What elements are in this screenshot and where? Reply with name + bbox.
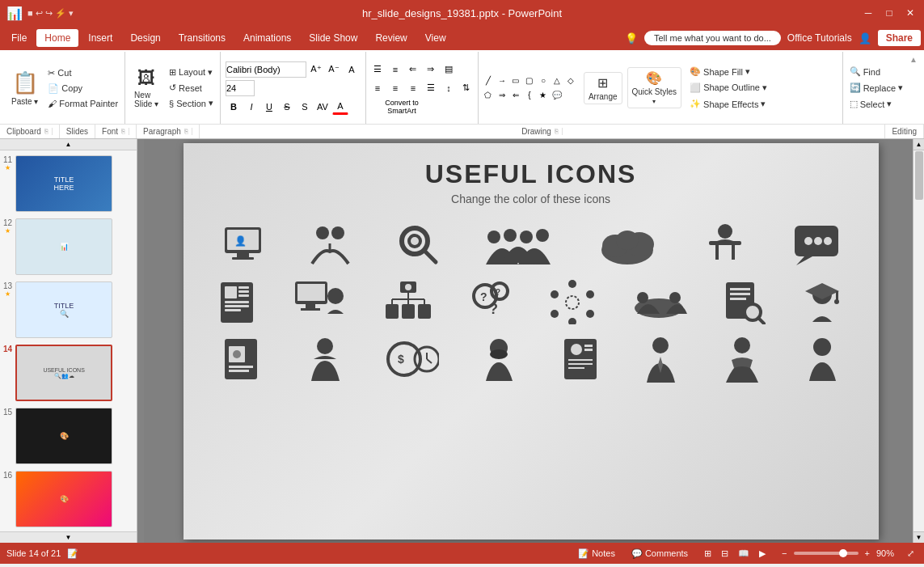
menu-slideshow[interactable]: Slide Show — [301, 29, 365, 47]
slide-panel: ▲ 11 ★ TITLEHERE 12 ★ 📊 — [0, 139, 137, 543]
shadow-button[interactable]: S — [297, 99, 313, 115]
menu-animations[interactable]: Animations — [235, 29, 299, 47]
shape-outline-button[interactable]: ⬜ Shape Outline ▾ — [686, 81, 770, 95]
new-slide-button[interactable]: 🖼 NewSlide ▾ — [129, 65, 164, 112]
menu-transitions[interactable]: Transitions — [171, 29, 234, 47]
view-present-button[interactable]: ▶ — [756, 547, 769, 561]
minimize-button[interactable]: ─ — [861, 6, 875, 20]
bold-button[interactable]: B — [226, 99, 242, 115]
shape-callout[interactable]: 💬 — [551, 89, 563, 102]
decrease-indent-button[interactable]: ⇐ — [405, 61, 421, 78]
menu-insert[interactable]: Insert — [80, 29, 120, 47]
layout-button[interactable]: ⊞Layout ▾ — [166, 66, 217, 79]
justify-button[interactable]: ☰ — [423, 80, 439, 96]
numbered-list-button[interactable]: ≡ — [387, 61, 403, 78]
comments-icon: 💬 — [631, 548, 643, 559]
shape-rect[interactable]: ▭ — [509, 74, 522, 87]
scroll-down-button[interactable]: ▼ — [913, 531, 924, 543]
convert-to-smartart-button[interactable]: Convert to SmartArt — [369, 99, 434, 115]
menu-home[interactable]: Home — [36, 29, 78, 47]
format-painter-button[interactable]: 🖌Format Painter — [44, 97, 121, 110]
paste-button[interactable]: 📋 Paste ▾ — [6, 67, 43, 109]
align-left-button[interactable]: ≡ — [369, 80, 386, 96]
spacing-button[interactable]: AV — [314, 99, 331, 115]
slide-thumb-11[interactable]: 11 ★ TITLEHERE — [2, 154, 135, 214]
replace-button[interactable]: 🔄 Replace ▾ — [846, 81, 906, 95]
slide-panel-scroll-up[interactable]: ▲ — [0, 139, 137, 150]
tell-me-box[interactable]: Tell me what you want to do... — [644, 31, 781, 45]
align-center-button[interactable]: ≡ — [387, 80, 403, 96]
svg-rect-22 — [715, 245, 719, 260]
slide-thumb-12[interactable]: 12 ★ 📊 — [2, 217, 135, 277]
notes-button[interactable]: 📝 Notes — [575, 547, 618, 561]
align-right-button[interactable]: ≡ — [405, 80, 421, 96]
font-name-input[interactable] — [226, 61, 306, 78]
decrease-font-button[interactable]: A⁻ — [326, 61, 342, 78]
select-button[interactable]: ⬚ Select ▾ — [846, 97, 906, 111]
shape-rounded[interactable]: ▢ — [523, 74, 536, 87]
clear-format-button[interactable]: A — [344, 61, 360, 78]
quick-styles-button[interactable]: 🎨 Quick Styles ▾ — [627, 67, 682, 108]
shape-arrow2[interactable]: ⇒ — [496, 89, 508, 102]
shape-star[interactable]: ★ — [537, 89, 550, 102]
section-button[interactable]: §Section ▾ — [166, 96, 217, 110]
cut-button[interactable]: ✂Cut — [44, 66, 121, 80]
svg-text:?: ? — [496, 288, 500, 297]
zoom-slider[interactable] — [794, 552, 859, 555]
shape-circle[interactable]: ○ — [537, 74, 550, 87]
line-spacing-button[interactable]: ↕ — [441, 80, 457, 96]
right-scrollbar[interactable]: ▲ ▼ — [913, 139, 924, 543]
slide-thumb-13[interactable]: 13 ★ TITLE🔍 — [2, 280, 135, 340]
shape-curly[interactable]: { — [523, 89, 536, 102]
menu-design[interactable]: Design — [122, 29, 168, 47]
shape-triangle[interactable]: △ — [551, 74, 563, 87]
shape-pentagon[interactable]: ⬠ — [482, 89, 495, 102]
view-sorter-button[interactable]: ⊟ — [718, 547, 732, 561]
fit-page-button[interactable]: ⤢ — [904, 547, 918, 561]
menu-review[interactable]: Review — [367, 29, 415, 47]
increase-font-button[interactable]: A⁺ — [308, 61, 324, 78]
slide-12-thumbnail: 📊 — [15, 218, 112, 275]
slide-thumb-14[interactable]: 14 USEFUL ICONS🔍👥☁ — [2, 343, 135, 403]
italic-button[interactable]: I — [243, 99, 259, 115]
slide-thumb-16[interactable]: 16 🎨 — [2, 469, 135, 529]
svg-rect-33 — [238, 294, 249, 297]
copy-button[interactable]: 📄Copy — [44, 82, 121, 95]
view-reading-button[interactable]: 📖 — [735, 547, 753, 561]
svg-point-82 — [317, 338, 333, 354]
shape-fill-button[interactable]: 🎨 Shape Fill ▾ — [686, 65, 770, 78]
underline-button[interactable]: U — [261, 99, 277, 115]
scroll-up-button[interactable]: ▲ — [913, 139, 924, 150]
shape-effects-button[interactable]: ✨ Shape Effects ▾ — [686, 97, 770, 111]
strikethrough-button[interactable]: S — [279, 99, 295, 115]
scroll-thumb[interactable] — [915, 151, 923, 200]
slide-canvas[interactable]: USEFUL ICONS Change the color of these i… — [184, 143, 879, 539]
comments-button[interactable]: 💬 Comments — [628, 547, 691, 561]
shape-arrow[interactable]: → — [496, 74, 508, 87]
reset-button[interactable]: ↺Reset — [166, 81, 217, 95]
close-button[interactable]: ✕ — [903, 6, 918, 20]
direction-button[interactable]: ⇅ — [458, 80, 475, 96]
shape-arrow3[interactable]: ⇐ — [509, 89, 522, 102]
shape-diamond[interactable]: ◇ — [564, 74, 577, 87]
slide-thumb-15[interactable]: 15 🎨 — [2, 406, 135, 466]
maximize-button[interactable]: □ — [882, 6, 897, 20]
menu-view[interactable]: View — [417, 29, 454, 47]
share-button[interactable]: Share — [878, 30, 921, 46]
view-normal-button[interactable]: ⊞ — [701, 547, 715, 561]
office-tutorials-link[interactable]: Office Tutorials — [787, 32, 852, 44]
increase-indent-button[interactable]: ⇒ — [423, 61, 439, 78]
arrange-button[interactable]: ⊞ Arrange — [584, 72, 622, 104]
columns-button[interactable]: ▤ — [441, 61, 457, 78]
font-size-input[interactable] — [226, 80, 255, 96]
find-button[interactable]: 🔍 Find — [846, 65, 906, 78]
shape-line[interactable]: ╱ — [482, 74, 495, 87]
slide-panel-scroll-down[interactable]: ▼ — [0, 531, 137, 543]
font-color-button[interactable]: A — [332, 99, 348, 115]
ribbon-expand[interactable]: ▲ — [909, 52, 921, 124]
svg-rect-49 — [386, 304, 399, 319]
bullet-list-button[interactable]: ☰ — [369, 61, 386, 78]
zoom-out-button[interactable]: − — [778, 547, 790, 560]
menu-file[interactable]: File — [3, 29, 35, 47]
zoom-in-button[interactable]: + — [862, 547, 873, 560]
